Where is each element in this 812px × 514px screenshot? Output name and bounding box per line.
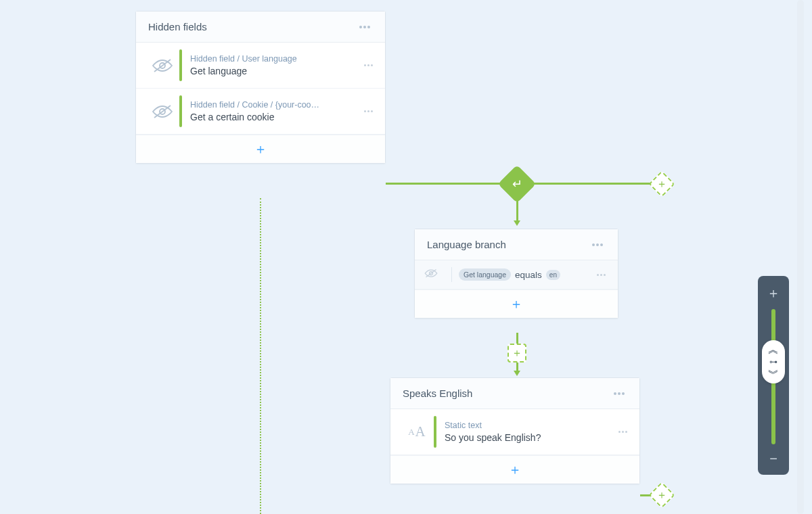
card-row[interactable]: Hidden field / Cookie / {your-coo… Get a… <box>136 89 385 135</box>
add-row-button[interactable]: ＋ <box>390 455 639 484</box>
row-title: Get a certain cookie <box>190 112 353 122</box>
plus-icon: ＋ <box>510 295 523 313</box>
more-icon[interactable] <box>361 108 376 115</box>
card-title: Hidden fields <box>148 21 207 32</box>
slider-handle-icon[interactable]: ⊶ <box>769 358 777 366</box>
hidden-field-icon <box>145 104 179 119</box>
add-step-node[interactable]: ＋ <box>508 344 526 363</box>
more-icon[interactable] <box>361 62 376 69</box>
card-title: Language branch <box>427 239 506 250</box>
zoom-track[interactable]: ︽ ⊶ ︾ <box>771 309 775 444</box>
row-title: Get language <box>190 66 353 76</box>
plus-icon: ＋ <box>508 461 522 479</box>
row-body: Static text So you speak English? <box>436 414 616 450</box>
svg-line-1 <box>154 60 171 72</box>
connector-dotted <box>260 198 261 514</box>
enter-icon: ↵ <box>512 177 522 191</box>
divider <box>451 267 452 282</box>
svg-line-3 <box>154 106 171 118</box>
add-row-button[interactable]: ＋ <box>136 135 385 163</box>
static-text-icon: AA <box>400 423 434 440</box>
more-icon[interactable] <box>589 241 606 249</box>
plus-icon: ＋ <box>656 177 667 191</box>
plus-icon: ＋ <box>254 140 267 158</box>
plus-icon: ＋ <box>656 488 667 503</box>
row-subtitle: Static text <box>445 421 608 430</box>
more-icon[interactable] <box>616 428 630 436</box>
card-header: Speaks English <box>390 378 639 409</box>
scrollbar-track[interactable] <box>797 0 804 514</box>
row-body: Hidden field / User language Get languag… <box>182 47 361 83</box>
more-icon[interactable] <box>357 23 373 31</box>
zoom-out-button[interactable]: − <box>769 450 777 468</box>
condition-row[interactable]: Get language equals en <box>415 260 618 289</box>
card-row[interactable]: AA Static text So you speak English? <box>390 409 639 455</box>
plus-icon: ＋ <box>512 346 522 360</box>
arrow-down-icon <box>514 220 520 226</box>
condition-field-chip: Get language <box>459 268 511 281</box>
row-body: Hidden field / Cookie / {your-coo… Get a… <box>182 93 361 129</box>
card-title: Speaks English <box>403 388 472 399</box>
chevron-down-icon[interactable]: ︾ <box>768 369 779 379</box>
connector-line <box>386 183 503 185</box>
row-title: So you speak English? <box>445 432 608 443</box>
card-language-branch[interactable]: Language branch Get language equals en ＋ <box>414 229 618 319</box>
zoom-control: ＋ ︽ ⊶ ︾ − <box>758 276 789 475</box>
add-branch-node[interactable]: ＋ <box>648 170 675 197</box>
add-condition-button[interactable]: ＋ <box>415 289 618 318</box>
card-hidden-fields[interactable]: Hidden fields Hidden field / User langua… <box>135 11 386 164</box>
card-header: Hidden fields <box>136 11 385 43</box>
condition-operator: equals <box>515 270 542 280</box>
zoom-in-button[interactable]: ＋ <box>767 283 780 304</box>
flow-canvas[interactable]: Hidden fields Hidden field / User langua… <box>0 0 812 514</box>
more-icon[interactable] <box>611 390 627 398</box>
condition-value-chip: en <box>546 270 560 280</box>
card-header: Language branch <box>415 229 618 260</box>
add-branch-node[interactable]: ＋ <box>648 482 675 509</box>
card-row[interactable]: Hidden field / User language Get languag… <box>136 43 385 89</box>
condition-body: Get language equals en <box>459 268 594 281</box>
connector-line <box>516 333 518 344</box>
row-subtitle: Hidden field / User language <box>190 54 353 64</box>
connector-line <box>516 197 518 222</box>
chevron-up-icon[interactable]: ︽ <box>768 344 779 355</box>
hidden-field-icon <box>424 268 445 281</box>
zoom-slider-handle[interactable]: ︽ ⊶ ︾ <box>762 340 785 383</box>
more-icon[interactable] <box>594 271 608 279</box>
card-speaks-english[interactable]: Speaks English AA Static text So you spe… <box>390 377 640 484</box>
connector-line <box>531 183 652 185</box>
hidden-field-icon <box>145 58 179 73</box>
arrow-down-icon <box>514 371 520 376</box>
row-subtitle: Hidden field / Cookie / {your-coo… <box>190 100 353 110</box>
